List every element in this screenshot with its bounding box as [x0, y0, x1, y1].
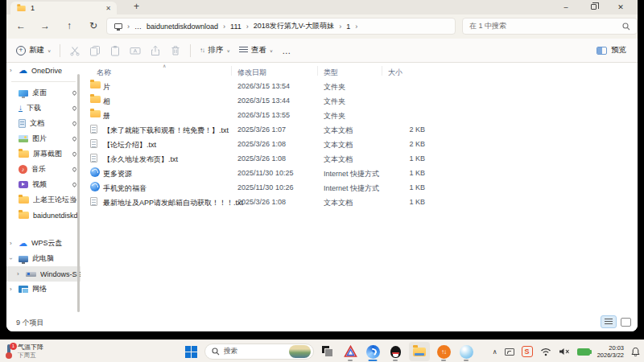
- sidebar-scrollbar[interactable]: [77, 74, 80, 312]
- sidebar-item-documents[interactable]: 文档: [6, 116, 80, 131]
- column-header-date[interactable]: 修改日期: [237, 68, 266, 78]
- sidebar-item-forum-folder[interactable]: 上老王论坛当: [6, 192, 80, 208]
- sidebar-item-this-pc[interactable]: › 此电脑: [6, 251, 80, 266]
- delete-icon[interactable]: [170, 45, 181, 56]
- clock-date: 2026/3/22: [597, 352, 624, 359]
- table-row[interactable]: 更多资源 2025/11/30 10:25 Internet 快捷方式 1 KB: [80, 166, 638, 180]
- battery-icon[interactable]: [577, 348, 590, 356]
- sidebar-item-network[interactable]: › 网络: [6, 282, 80, 297]
- sidebar-item-wps-cloud[interactable]: › ☁ WPS云盘: [6, 236, 80, 251]
- table-row[interactable]: 【永久地址发布页】.txt 2025/3/26 1:08 文本文档 1 KB: [80, 151, 638, 166]
- search-placeholder: 搜索: [224, 347, 237, 356]
- table-row[interactable]: 【论坛介绍】.txt 2025/3/26 1:08 文本文档 2 KB: [80, 137, 638, 151]
- table-row[interactable]: 【来了就能下载和观看！纯免费！】.txt 2025/3/26 1:07 文本文档…: [80, 122, 638, 137]
- sidebar-item-label: 图片: [32, 134, 47, 144]
- new-tab-button[interactable]: +: [134, 1, 139, 12]
- sidebar-item-videos[interactable]: 视频: [6, 177, 80, 192]
- start-button[interactable]: [182, 342, 200, 361]
- folder-icon: [19, 212, 29, 219]
- chevron-right-icon[interactable]: ›: [10, 286, 12, 293]
- wifi-icon[interactable]: [540, 348, 551, 356]
- downloads-icon: ↓: [19, 105, 23, 112]
- address-bar: ← → ↑ ↻ › … baidunetdiskdownload › 111 ›…: [6, 14, 638, 39]
- hidden-icons-button[interactable]: ∧: [493, 348, 497, 356]
- chevron-right-icon[interactable]: ›: [10, 240, 12, 247]
- chevron-right-icon[interactable]: ›: [10, 67, 12, 74]
- view-button[interactable]: 查看 ∨: [239, 45, 273, 56]
- taskbar-app-browser[interactable]: [364, 342, 382, 361]
- task-view-button[interactable]: [319, 342, 336, 361]
- explorer-tab[interactable]: 1 ✕: [10, 2, 117, 14]
- command-toolbar: + 新建 ∨ ↑↓ 排序 ∨ 查看 ∨ … 预览: [6, 39, 638, 63]
- table-row[interactable]: 册 2026/3/15 13:55 文件夹: [80, 108, 638, 122]
- sidebar-item-screenshots[interactable]: 屏幕截图: [6, 146, 80, 162]
- new-button[interactable]: + 新建 ∨: [16, 45, 51, 56]
- cut-icon[interactable]: [69, 45, 80, 56]
- sidebar-item-onedrive[interactable]: › ☁ OneDrive: [6, 63, 80, 78]
- sidebar-item-desktop[interactable]: 桌面: [6, 85, 80, 101]
- breadcrumb[interactable]: › … baidunetdiskdownload › 111 › 2018发行第…: [106, 18, 456, 35]
- minimize-button[interactable]: –: [552, 3, 580, 11]
- pin-icon: [72, 90, 77, 96]
- table-row[interactable]: 手机党的福音 2025/11/30 10:26 Internet 快捷方式 1 …: [80, 180, 638, 195]
- active-indicator: [369, 360, 378, 361]
- back-button[interactable]: ←: [13, 20, 29, 31]
- taskbar-clock[interactable]: 20:03 2026/3/22: [597, 344, 624, 360]
- search-input[interactable]: 在 1 中搜索: [462, 18, 638, 35]
- taskbar-app-knot[interactable]: [341, 342, 359, 361]
- taskbar-app-bluecircle[interactable]: [457, 342, 475, 361]
- list-lines-icon: [239, 47, 248, 54]
- share-icon[interactable]: [150, 45, 161, 56]
- sidebar-item-downloads[interactable]: ↓ 下载: [6, 101, 80, 116]
- taskbar-app-qq[interactable]: [386, 342, 404, 361]
- taskbar-app-explorer[interactable]: [409, 342, 430, 361]
- tab-close-icon[interactable]: ✕: [105, 5, 111, 12]
- sort-button[interactable]: ↑↓ 排序 ∨: [200, 45, 229, 56]
- this-pc-icon: [114, 23, 122, 29]
- table-row[interactable]: 相 2026/3/15 13:44 文件夹: [80, 93, 638, 108]
- sidebar-item-music[interactable]: ♪ 音乐: [6, 162, 80, 177]
- thumbnails-view-button[interactable]: [621, 318, 631, 327]
- chevron-down-icon[interactable]: ›: [7, 257, 14, 260]
- sidebar-item-baidunetdisk[interactable]: baidunetdiskdc: [6, 208, 80, 223]
- breadcrumb-item[interactable]: 1: [346, 23, 350, 31]
- notification-bell-icon[interactable]: [631, 347, 640, 356]
- sogou-input-icon[interactable]: S: [522, 346, 533, 357]
- forward-button[interactable]: →: [37, 20, 53, 31]
- sidebar-item-windows-ssd[interactable]: › Windows-SSD: [6, 266, 80, 282]
- table-row[interactable]: 最新地址及APP请发邮箱自动获取！！！.txt 2025/3/26 1:08 文…: [80, 195, 638, 209]
- daily-image-thumbnail[interactable]: [289, 345, 311, 358]
- breadcrumb-item[interactable]: 111: [230, 23, 242, 31]
- volume-muted-icon[interactable]: [559, 348, 570, 356]
- view-label: 查看: [251, 45, 266, 56]
- column-divider[interactable]: [317, 66, 318, 76]
- column-header-name[interactable]: 名称: [97, 68, 111, 78]
- breadcrumb-item[interactable]: 2018发行第九V-大眼萌妹: [254, 21, 335, 31]
- refresh-button[interactable]: ↻: [85, 20, 101, 31]
- more-options-button[interactable]: …: [282, 46, 291, 56]
- column-header-size[interactable]: 大小: [388, 68, 402, 78]
- sidebar-item-pictures[interactable]: 图片: [6, 131, 80, 146]
- file-type: 文本文档: [324, 140, 353, 150]
- breadcrumb-item[interactable]: baidunetdiskdownload: [147, 23, 218, 31]
- rename-icon[interactable]: [130, 45, 141, 56]
- column-divider[interactable]: [231, 66, 232, 76]
- copy-icon[interactable]: [89, 45, 101, 56]
- close-button[interactable]: ✕: [607, 3, 634, 11]
- sidebar-item-label: baidunetdiskdc: [33, 212, 78, 220]
- weather-widget[interactable]: 1 气温下降 下周五: [6, 343, 43, 360]
- cast-display-icon[interactable]: [505, 348, 514, 356]
- maximize-button[interactable]: [580, 3, 607, 11]
- column-headers: ∧ 名称 修改日期 类型 大小: [80, 63, 638, 79]
- up-button[interactable]: ↑: [61, 20, 77, 31]
- table-row[interactable]: 片 2026/3/15 13:54 文件夹: [80, 79, 638, 93]
- column-header-type[interactable]: 类型: [324, 68, 338, 78]
- taskbar-app-transfer[interactable]: ↑↓: [435, 342, 452, 361]
- taskbar-search[interactable]: 搜索: [204, 343, 314, 360]
- paste-icon[interactable]: [109, 45, 121, 56]
- column-divider[interactable]: [382, 66, 382, 76]
- preview-toggle-button[interactable]: 预览: [597, 45, 626, 56]
- chevron-right-icon[interactable]: ›: [17, 270, 19, 278]
- details-view-button[interactable]: [601, 315, 617, 328]
- breadcrumb-overflow[interactable]: …: [134, 23, 142, 31]
